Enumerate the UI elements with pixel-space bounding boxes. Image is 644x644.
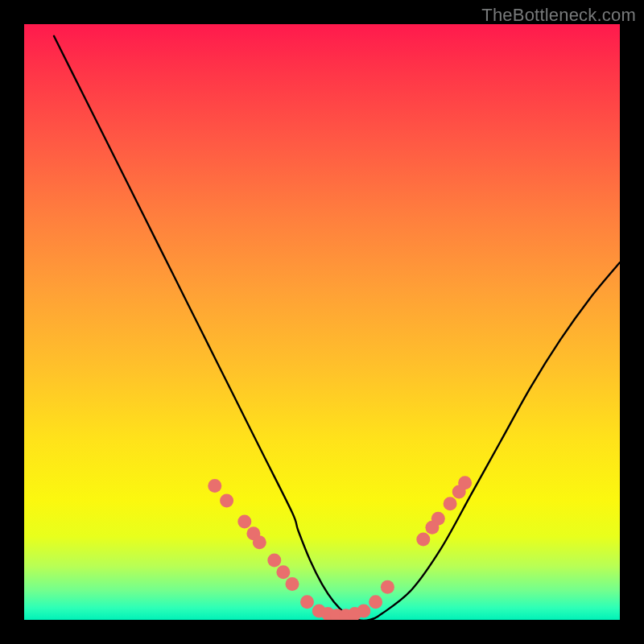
curve-marker xyxy=(458,476,472,489)
curve-marker xyxy=(381,580,394,594)
curve-marker xyxy=(300,595,314,609)
curve-marker xyxy=(220,494,233,508)
curve-layer xyxy=(24,24,620,620)
curve-marker xyxy=(208,479,221,493)
curve-marker xyxy=(416,533,430,547)
plot-area xyxy=(24,24,620,620)
curve-marker xyxy=(369,595,382,609)
curve-marker xyxy=(431,512,445,526)
curve-marker xyxy=(357,604,370,617)
bottleneck-curve xyxy=(54,36,620,620)
curve-marker xyxy=(444,497,457,510)
curve-marker xyxy=(267,554,281,568)
curve-markers xyxy=(208,476,472,620)
curve-marker xyxy=(286,577,299,591)
curve-marker xyxy=(276,565,290,579)
watermark-text: TheBottleneck.com xyxy=(481,5,636,26)
curve-marker xyxy=(253,535,266,549)
curve-path-group xyxy=(54,36,620,620)
chart-frame: TheBottleneck.com xyxy=(0,0,644,644)
curve-marker xyxy=(237,514,251,528)
